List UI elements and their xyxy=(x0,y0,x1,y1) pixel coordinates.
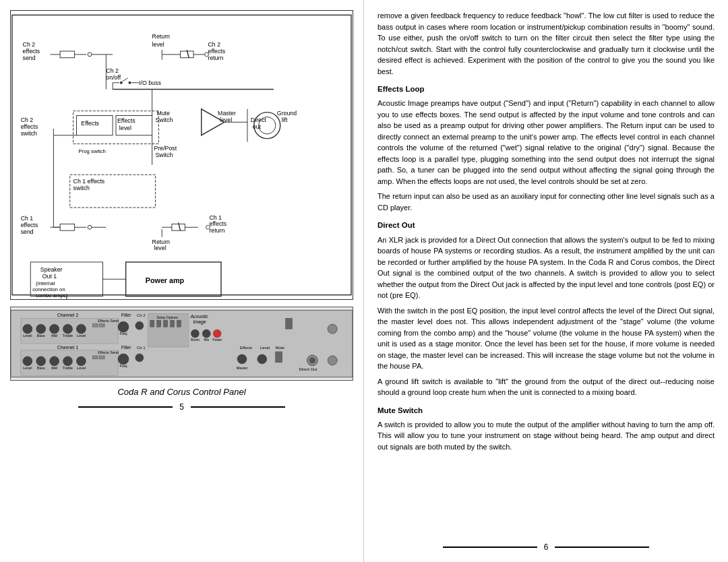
svg-text:Bass: Bass xyxy=(37,366,45,370)
svg-text:Prog switch: Prog switch xyxy=(78,148,105,154)
svg-rect-148 xyxy=(92,356,98,359)
svg-point-105 xyxy=(63,324,73,334)
svg-text:Freq: Freq xyxy=(119,364,127,368)
svg-text:Switch: Switch xyxy=(155,152,173,158)
svg-point-103 xyxy=(36,324,46,334)
svg-rect-122 xyxy=(150,320,154,327)
svg-rect-149 xyxy=(99,356,104,359)
svg-text:effects: effects xyxy=(23,48,40,55)
circuit-diagram: Ch 2 effects send Return level Ch 2 effe… xyxy=(10,10,353,300)
svg-text:Pre/Post: Pre/Post xyxy=(154,145,177,152)
svg-text:Level: Level xyxy=(23,366,32,370)
svg-text:Effects Send: Effects Send xyxy=(98,319,119,323)
svg-point-129 xyxy=(191,330,199,338)
svg-point-137 xyxy=(23,356,32,366)
direct-out-text2: With the switch in the post EQ position,… xyxy=(377,305,715,372)
effects-loop-text: Acoustic Image preamps have output ("Sen… xyxy=(377,98,715,187)
svg-text:Treble: Treble xyxy=(63,366,73,370)
svg-text:Mid: Mid xyxy=(51,366,57,370)
svg-text:Filter: Filter xyxy=(121,345,131,350)
svg-rect-126 xyxy=(177,320,181,327)
svg-rect-114 xyxy=(99,323,104,327)
svg-point-165 xyxy=(309,358,315,363)
svg-text:Mid: Mid xyxy=(51,334,57,338)
svg-point-133 xyxy=(213,330,221,338)
svg-point-138 xyxy=(36,356,46,366)
svg-text:I/O buss: I/O buss xyxy=(139,80,161,86)
svg-text:Effects: Effects xyxy=(117,117,135,124)
svg-point-102 xyxy=(23,324,32,334)
svg-text:Level: Level xyxy=(77,334,86,338)
svg-point-151 xyxy=(118,354,129,365)
svg-text:switch: switch xyxy=(21,130,37,137)
svg-text:Level: Level xyxy=(23,334,32,338)
svg-text:Ch 1: Ch 1 xyxy=(137,346,146,350)
effects-loop-text2: The return input can also be used as an … xyxy=(377,191,715,213)
svg-point-158 xyxy=(257,354,267,364)
svg-text:level: level xyxy=(152,41,164,48)
diagram-caption: Coda R and Corus Control Panel xyxy=(7,387,357,397)
svg-text:Acoustic: Acoustic xyxy=(189,314,208,319)
svg-text:connection on: connection on xyxy=(32,286,65,292)
control-panel-image: Channel 2 Level Bass Mid Treble Level Ef… xyxy=(10,307,353,381)
svg-text:Ch 2: Ch 2 xyxy=(23,41,36,48)
svg-text:effects: effects xyxy=(208,48,225,55)
right-page: remove a given feedback frequency to red… xyxy=(364,0,728,562)
svg-text:Filter: Filter xyxy=(121,313,131,317)
svg-text:return: return xyxy=(208,55,223,61)
svg-point-139 xyxy=(50,356,59,366)
svg-text:Channel 1: Channel 1 xyxy=(57,345,79,350)
svg-text:Out 1: Out 1 xyxy=(42,273,57,280)
svg-text:effects: effects xyxy=(21,222,38,228)
svg-rect-161 xyxy=(276,352,282,363)
svg-rect-125 xyxy=(171,320,175,327)
svg-text:Mix: Mix xyxy=(204,338,209,342)
svg-point-157 xyxy=(237,354,247,364)
svg-text:effects: effects xyxy=(21,123,38,130)
svg-text:effects: effects xyxy=(209,220,226,227)
svg-text:Ch 2: Ch 2 xyxy=(137,313,146,317)
svg-rect-123 xyxy=(157,320,161,327)
svg-point-167 xyxy=(328,356,337,365)
svg-point-106 xyxy=(76,324,86,334)
svg-text:Mute: Mute xyxy=(276,346,285,350)
svg-text:Freq: Freq xyxy=(119,332,127,336)
svg-text:Level: Level xyxy=(77,366,86,370)
svg-text:Switch: Switch xyxy=(155,117,173,123)
left-page: Ch 2 effects send Return level Ch 2 effe… xyxy=(0,0,364,562)
svg-text:Power amp: Power amp xyxy=(146,276,185,284)
svg-text:switch: switch xyxy=(73,185,90,191)
direct-out-text: An XLR jack is provided for a Direct Out… xyxy=(377,235,715,301)
svg-text:Ch 1: Ch 1 xyxy=(21,216,34,222)
svg-text:Bass: Bass xyxy=(37,334,45,338)
svg-text:Ch 1: Ch 1 xyxy=(209,214,222,221)
svg-rect-162 xyxy=(286,318,293,329)
svg-text:Ch 2: Ch 2 xyxy=(208,41,220,48)
svg-point-24 xyxy=(120,82,123,84)
svg-point-26 xyxy=(129,82,131,84)
mute-switch-heading: Mute Switch xyxy=(377,405,715,416)
svg-text:Image: Image xyxy=(193,319,206,325)
page-number-left: 5 xyxy=(7,402,357,412)
svg-text:Level: Level xyxy=(260,346,270,350)
svg-rect-124 xyxy=(164,320,168,327)
svg-point-140 xyxy=(63,356,73,366)
svg-text:Return: Return xyxy=(152,33,170,40)
svg-text:combo amps): combo amps) xyxy=(36,292,68,299)
svg-text:lift: lift xyxy=(282,117,288,123)
svg-text:Channel 2: Channel 2 xyxy=(57,313,79,317)
svg-rect-0 xyxy=(12,15,351,294)
svg-text:send: send xyxy=(21,228,34,235)
svg-text:Master: Master xyxy=(237,366,248,370)
svg-text:Master: Master xyxy=(218,110,236,117)
svg-text:Treble: Treble xyxy=(63,334,73,338)
right-page-content: remove a given feedback frequency to red… xyxy=(377,10,715,537)
svg-text:Effects Send: Effects Send xyxy=(98,350,119,354)
svg-point-116 xyxy=(118,321,129,332)
direct-out-heading: Direct Out xyxy=(377,220,715,231)
svg-point-131 xyxy=(202,330,210,338)
svg-point-104 xyxy=(50,324,59,334)
svg-text:Ground: Ground xyxy=(277,110,297,117)
svg-text:level: level xyxy=(119,125,131,131)
svg-text:return: return xyxy=(209,227,224,234)
